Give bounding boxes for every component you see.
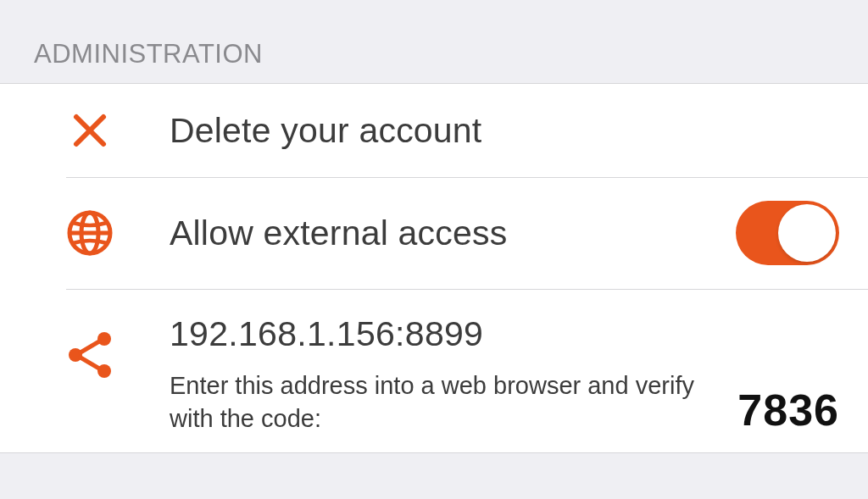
row-allow-external: Allow external access [0, 177, 868, 289]
globe-icon [66, 209, 114, 257]
external-access-toggle[interactable] [736, 201, 839, 265]
settings-list: Delete your account Allow external acces… [0, 83, 868, 453]
share-address-value: 192.168.1.156:8899 [170, 314, 721, 354]
row-external-label: Allow external access [170, 213, 507, 253]
verify-code: 7836 [737, 385, 839, 435]
row-delete-label: Delete your account [170, 111, 481, 151]
svg-line-9 [81, 358, 99, 369]
toggle-knob [778, 204, 836, 262]
share-hint-text: Enter this address into a web browser an… [170, 369, 712, 435]
share-icon [66, 331, 114, 379]
close-icon [66, 107, 114, 154]
row-share-address[interactable]: 192.168.1.156:8899 Enter this address in… [0, 289, 868, 452]
section-header-administration: ADMINISTRATION [0, 0, 868, 83]
svg-line-8 [81, 341, 99, 352]
row-delete-account[interactable]: Delete your account [0, 84, 868, 177]
